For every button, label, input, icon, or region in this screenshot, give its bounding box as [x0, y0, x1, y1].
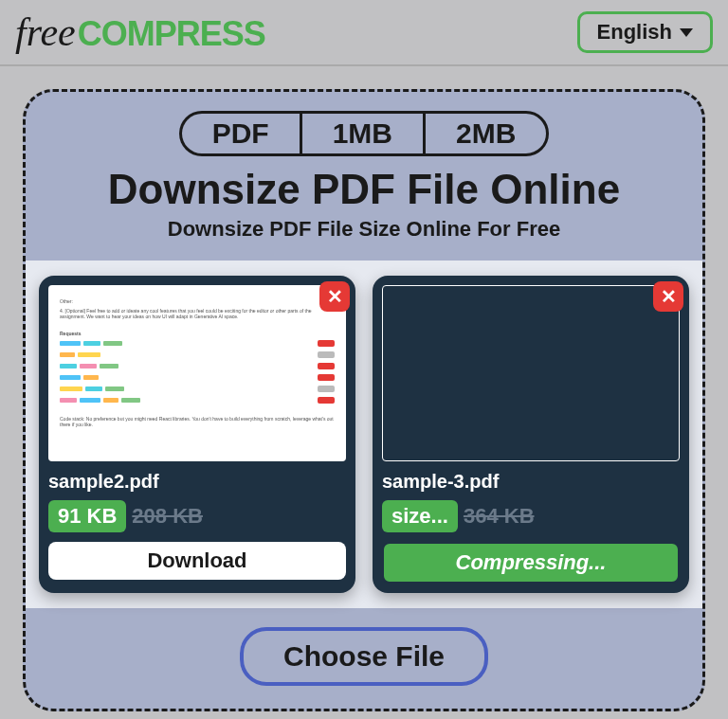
header: free COMPRESS English	[0, 0, 728, 66]
close-icon: ✕	[661, 287, 677, 306]
logo-free: free	[15, 9, 76, 55]
file-card: ✕ sample-3.pdf size... 364 KB Compressin…	[373, 276, 689, 593]
close-button[interactable]: ✕	[653, 281, 683, 312]
tab-pdf[interactable]: PDF	[179, 111, 300, 156]
language-label: English	[597, 20, 672, 45]
tab-2mb[interactable]: 2MB	[423, 111, 549, 156]
file-card: ✕ Other: 4. [Optional] Feel free to add …	[39, 276, 355, 593]
page-title: Downsize PDF File Online	[26, 166, 702, 213]
page-subtitle: Downsize PDF File Size Online For Free	[26, 217, 702, 242]
files-area: ✕ Other: 4. [Optional] Feel free to add …	[26, 261, 702, 608]
file-name: sample-3.pdf	[382, 471, 680, 493]
choose-file-button[interactable]: Choose File	[240, 627, 488, 686]
compressing-button: Compressing...	[382, 542, 680, 584]
file-preview: Other: 4. [Optional] Feel free to add or…	[48, 285, 346, 461]
file-preview-empty	[382, 285, 680, 461]
close-icon: ✕	[327, 287, 343, 306]
chevron-down-icon	[680, 28, 693, 37]
size-tabs: PDF 1MB 2MB	[26, 111, 702, 156]
close-button[interactable]: ✕	[319, 281, 350, 312]
file-size-row: size... 364 KB	[382, 500, 680, 532]
file-name: sample2.pdf	[48, 471, 346, 493]
download-button[interactable]: Download	[48, 542, 346, 580]
file-old-size: 364 KB	[464, 504, 535, 529]
file-size-row: 91 KB 208 KB	[48, 500, 346, 532]
logo[interactable]: free COMPRESS	[15, 9, 265, 55]
tab-1mb[interactable]: 1MB	[300, 111, 423, 156]
file-old-size: 208 KB	[132, 504, 203, 529]
main-panel: PDF 1MB 2MB Downsize PDF File Online Dow…	[23, 89, 705, 711]
file-new-size: size...	[382, 500, 458, 532]
file-new-size: 91 KB	[48, 500, 126, 532]
choose-file-section: Choose File	[26, 627, 702, 686]
logo-compress: COMPRESS	[78, 14, 265, 54]
language-dropdown[interactable]: English	[577, 11, 713, 53]
